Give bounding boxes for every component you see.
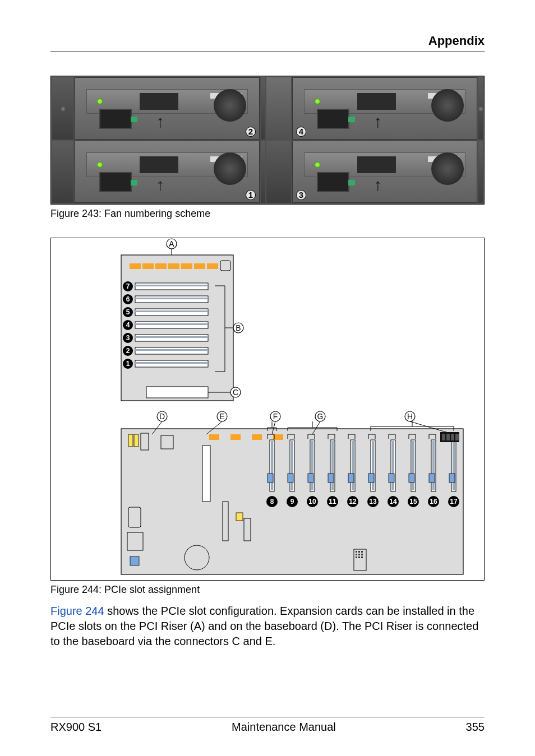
svg-text:B: B [236,323,241,332]
page-header: Appendix [50,34,485,48]
fan-number-2: 2 [246,127,256,137]
svg-rect-80 [368,474,374,483]
svg-rect-57 [273,434,283,440]
svg-rect-71 [331,441,334,490]
header-rule [50,52,485,52]
svg-text:15: 15 [409,498,417,505]
svg-text:7: 7 [126,282,130,290]
svg-rect-106 [130,556,139,565]
svg-rect-118 [356,556,357,558]
svg-rect-103 [202,446,210,502]
chassis-mid [266,77,291,140]
chassis-side [52,141,73,203]
body-paragraph: Figure 244 shows the PCIe slot configura… [50,604,485,649]
svg-text:G: G [317,412,324,421]
svg-rect-6 [194,263,205,269]
footer-right: 355 [466,721,485,734]
footer-center: Maintenance Manual [232,721,336,734]
svg-rect-2 [142,263,154,269]
svg-rect-56 [252,434,262,440]
svg-rect-113 [358,551,360,553]
svg-rect-102 [455,434,459,440]
svg-rect-100 [446,434,450,440]
svg-rect-19 [135,323,208,325]
svg-rect-83 [392,441,394,490]
svg-rect-79 [372,441,374,490]
svg-rect-96 [449,474,455,483]
fan-number-1: 1 [246,190,256,200]
svg-rect-59 [271,441,273,490]
svg-text:17: 17 [450,498,458,505]
svg-rect-109 [236,513,243,521]
svg-text:C: C [233,388,238,397]
chassis-screw: ◉ [478,77,483,140]
fan-bay-2: ↑ 2 [75,77,260,140]
svg-text:6: 6 [126,295,130,303]
svg-rect-116 [358,554,360,555]
svg-text:10: 10 [308,498,316,505]
chassis-side [478,141,483,203]
svg-rect-25 [135,349,208,351]
fan-number-4: 4 [296,127,306,137]
svg-rect-88 [409,474,414,483]
svg-rect-68 [308,474,313,483]
svg-rect-117 [361,554,363,555]
svg-text:14: 14 [389,498,397,505]
page: Appendix ◉ ↑ 2 ↑ 4 ◉ ↑ 1 [0,0,535,756]
svg-rect-4 [168,263,179,269]
svg-rect-75 [352,441,354,490]
svg-rect-115 [356,554,357,555]
svg-rect-112 [356,551,357,553]
chassis-mid [266,141,291,203]
svg-text:4: 4 [126,321,130,329]
svg-rect-64 [288,474,293,483]
chassis-divider [261,141,265,203]
chassis-divider [261,77,265,140]
svg-rect-10 [135,285,208,286]
svg-text:8: 8 [270,498,274,505]
svg-rect-30 [146,387,208,398]
svg-text:1: 1 [126,360,130,368]
svg-rect-28 [135,362,208,364]
figure-243: ◉ ↑ 2 ↑ 4 ◉ ↑ 1 [50,76,485,205]
svg-rect-16 [135,310,208,312]
svg-text:9: 9 [290,498,294,505]
svg-rect-63 [291,441,293,490]
footer-left: RX900 S1 [50,721,102,734]
fan-bay-1: ↑ 1 [75,141,260,203]
figure-244-link[interactable]: Figure 244 [50,605,104,617]
header-title: Appendix [428,34,485,48]
svg-rect-7 [207,263,218,269]
svg-rect-87 [412,441,414,490]
svg-rect-119 [358,556,360,558]
svg-text:E: E [219,412,224,421]
svg-text:H: H [407,412,413,421]
svg-rect-91 [432,441,435,490]
svg-text:D: D [159,412,165,421]
svg-text:13: 13 [369,498,377,505]
svg-text:2: 2 [126,347,130,355]
svg-rect-67 [311,441,313,490]
svg-rect-72 [328,474,334,483]
page-footer: RX900 S1 Maintenance Manual 355 [50,717,485,734]
chassis-screw: ◉ [52,77,73,140]
svg-rect-51 [134,434,139,447]
figure-244-caption: Figure 244: PCIe slot assignment [50,584,485,596]
svg-text:F: F [273,412,278,421]
svg-rect-114 [361,551,363,553]
svg-rect-92 [429,474,435,483]
svg-rect-120 [361,556,363,558]
svg-text:16: 16 [430,498,437,505]
fan-number-3: 3 [296,190,306,200]
fan-grid: ◉ ↑ 2 ↑ 4 ◉ ↑ 1 [51,76,484,204]
svg-rect-50 [128,434,133,447]
svg-rect-84 [389,474,394,483]
svg-rect-99 [442,434,445,440]
fan-bay-4: ↑ 4 [292,77,477,140]
svg-rect-54 [209,434,219,440]
svg-rect-1 [130,263,141,269]
svg-rect-60 [268,474,273,483]
svg-rect-101 [451,434,454,440]
svg-text:5: 5 [126,308,130,316]
footer-rule [50,717,485,717]
